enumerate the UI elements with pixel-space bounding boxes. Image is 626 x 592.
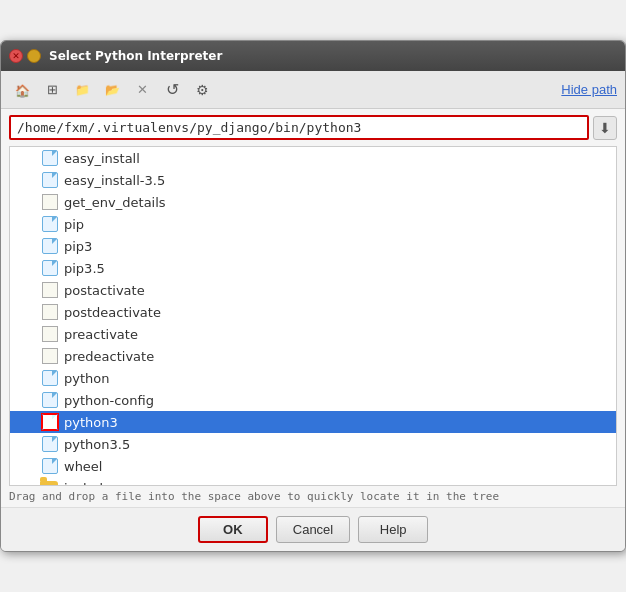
list-item[interactable]: get_env_details: [10, 191, 616, 213]
path-bar-area: ⬇: [1, 109, 625, 146]
file-icon: [42, 458, 58, 474]
file-name: python3.5: [64, 437, 130, 452]
shell-file-icon: [42, 282, 58, 298]
python-file-icon: [42, 436, 58, 452]
list-item[interactable]: predeactivate: [10, 345, 616, 367]
button-bar: OK Cancel Help: [1, 507, 625, 551]
python-file-icon: [42, 150, 58, 166]
file-icon: [42, 348, 58, 364]
download-icon: ⬇: [599, 120, 611, 136]
delete-button[interactable]: ✕: [129, 77, 155, 103]
toolbar: ⊞ 📁 📂 ✕ ↺ ⚙ Hide path: [1, 71, 625, 109]
shell-file-icon: [42, 304, 58, 320]
folder-new-icon: 📂: [105, 83, 120, 97]
file-name: postdeactivate: [64, 305, 161, 320]
file-name: pip3.5: [64, 261, 105, 276]
file-name: pip: [64, 217, 84, 232]
file-name: pip3: [64, 239, 92, 254]
file-icon: [42, 172, 58, 188]
list-item[interactable]: pip3: [10, 235, 616, 257]
list-item[interactable]: python: [10, 367, 616, 389]
path-download-button[interactable]: ⬇: [593, 116, 617, 140]
python-file-icon: [42, 216, 58, 232]
file-name: get_env_details: [64, 195, 166, 210]
file-icon: [42, 436, 58, 452]
help-button[interactable]: Help: [358, 516, 428, 543]
file-list[interactable]: easy_install easy_install-3.5 get_env_de…: [9, 146, 617, 486]
gear-icon: ⚙: [196, 82, 209, 98]
file-icon: [42, 150, 58, 166]
list-item[interactable]: python-config: [10, 389, 616, 411]
minimize-button[interactable]: [27, 49, 41, 63]
file-name: wheel: [64, 459, 102, 474]
list-item[interactable]: python3.5: [10, 433, 616, 455]
list-item[interactable]: wheel: [10, 455, 616, 477]
titlebar: ✕ Select Python Interpreter: [1, 41, 625, 71]
hide-path-button[interactable]: Hide path: [561, 82, 617, 97]
shell-file-icon: [42, 326, 58, 342]
dialog-window: ✕ Select Python Interpreter ⊞ 📁 📂 ✕ ↺ ⚙ …: [0, 40, 626, 552]
list-item[interactable]: postactivate: [10, 279, 616, 301]
folder-new-button[interactable]: 📂: [99, 77, 125, 103]
status-bar: Drag and drop a file into the space abov…: [1, 486, 625, 507]
refresh-button[interactable]: ↺: [159, 77, 185, 103]
list-item[interactable]: postdeactivate: [10, 301, 616, 323]
python-file-icon: [42, 458, 58, 474]
python-file-icon: [42, 392, 58, 408]
file-name: predeactivate: [64, 349, 154, 364]
python-file-icon: [42, 172, 58, 188]
file-icon: [42, 238, 58, 254]
close-button[interactable]: ✕: [9, 49, 23, 63]
delete-icon: ✕: [137, 82, 148, 97]
python-file-icon: [42, 238, 58, 254]
folder-up-button[interactable]: 📁: [69, 77, 95, 103]
file-name: postactivate: [64, 283, 145, 298]
list-item-selected[interactable]: python3: [10, 411, 616, 433]
file-icon: [42, 392, 58, 408]
file-name: python-config: [64, 393, 154, 408]
ok-button[interactable]: OK: [198, 516, 268, 543]
grid-view-button[interactable]: ⊞: [39, 77, 65, 103]
file-name: python3: [64, 415, 118, 430]
home-icon: [15, 82, 30, 98]
list-item[interactable]: pip: [10, 213, 616, 235]
file-icon: [42, 370, 58, 386]
grid-icon: ⊞: [47, 82, 58, 97]
path-input[interactable]: [9, 115, 589, 140]
cancel-button[interactable]: Cancel: [276, 516, 350, 543]
file-icon: [42, 282, 58, 298]
list-item[interactable]: preactivate: [10, 323, 616, 345]
shell-file-icon: [42, 348, 58, 364]
python-file-icon: [42, 414, 58, 430]
refresh-icon: ↺: [166, 80, 179, 99]
settings-button[interactable]: ⚙: [189, 77, 215, 103]
list-item[interactable]: easy_install-3.5: [10, 169, 616, 191]
file-name: preactivate: [64, 327, 138, 342]
file-icon: [42, 304, 58, 320]
python-file-icon: [42, 260, 58, 276]
python-file-icon: [42, 370, 58, 386]
list-item[interactable]: easy_install: [10, 147, 616, 169]
list-item[interactable]: pip3.5: [10, 257, 616, 279]
window-title: Select Python Interpreter: [49, 49, 617, 63]
shell-file-icon: [42, 194, 58, 210]
file-icon: [42, 414, 58, 430]
file-name: python: [64, 371, 109, 386]
file-icon: [42, 194, 58, 210]
file-icon: [42, 260, 58, 276]
folder-up-icon: 📁: [75, 83, 90, 97]
status-text: Drag and drop a file into the space abov…: [9, 490, 499, 503]
file-icon: [42, 326, 58, 342]
folder-item[interactable]: ▶ include: [10, 477, 616, 486]
file-name: easy_install: [64, 151, 140, 166]
file-name: easy_install-3.5: [64, 173, 165, 188]
titlebar-controls: ✕: [9, 49, 41, 63]
file-icon: [42, 216, 58, 232]
home-button[interactable]: [9, 77, 35, 103]
